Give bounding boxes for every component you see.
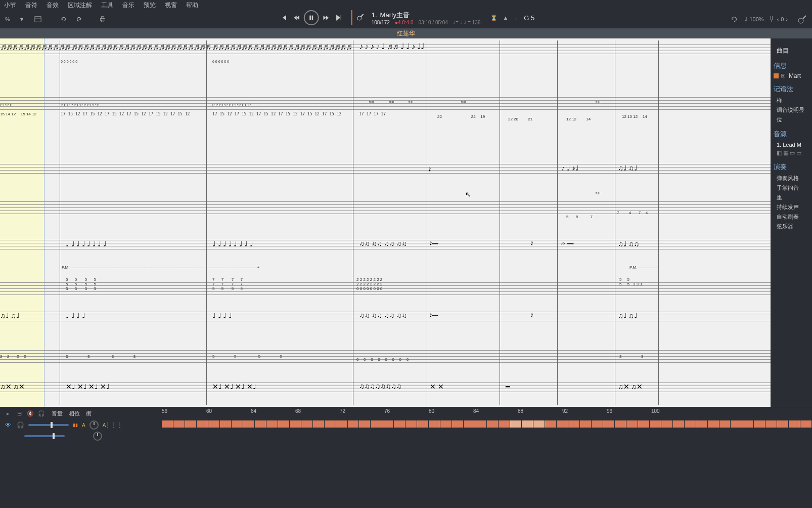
timeline-bar-segment[interactable]	[603, 420, 615, 428]
zoom-dropdown-icon[interactable]: ▾	[15, 13, 28, 26]
menu-bar-item[interactable]: 预览	[144, 1, 156, 10]
timeline-bar-segment[interactable]	[162, 420, 173, 428]
timeline-bar-segment[interactable]	[789, 420, 800, 428]
timeline-bar-segment[interactable]	[382, 420, 394, 428]
timeline-bar-segment[interactable]	[266, 420, 278, 428]
collapse-icon[interactable]: ▸	[4, 409, 12, 417]
sound-name[interactable]: 1. Lead M	[774, 141, 809, 149]
timeline-bar-segment[interactable]	[301, 420, 313, 428]
timeline-bar-segment[interactable]	[429, 420, 440, 428]
timeline-bar-segment[interactable]	[545, 420, 557, 428]
notation-option[interactable]: 位	[774, 115, 809, 124]
speed-control[interactable]: ♩ 100%	[745, 16, 763, 22]
timeline-ruler[interactable]: 5660646872768084889296100	[162, 407, 812, 418]
timeline-bar-segment[interactable]	[173, 420, 185, 428]
timeline-bar-segment[interactable]	[708, 420, 719, 428]
timeline-bar-segment[interactable]	[464, 420, 475, 428]
perf-option[interactable]: 重	[774, 193, 809, 202]
timeline-bar-segment[interactable]	[661, 420, 673, 428]
timeline-bar-segment[interactable]	[754, 420, 765, 428]
timeline-bar-segment[interactable]	[348, 420, 359, 428]
timeline-bar-segment[interactable]	[475, 420, 487, 428]
fretboard-button[interactable]	[796, 13, 809, 26]
timeline-bar-segment[interactable]	[800, 420, 812, 428]
notation-option[interactable]: 调音说明显	[774, 105, 809, 115]
timeline-bar-segment[interactable]	[580, 420, 592, 428]
timeline-bar-segment[interactable]	[533, 420, 545, 428]
timeline-bar-segment[interactable]	[290, 420, 301, 428]
timeline-bar-segment[interactable]	[777, 420, 789, 428]
redo-button[interactable]	[73, 13, 86, 26]
side-section-perf[interactable]: 演奏	[774, 162, 809, 172]
timeline-bar-segment[interactable]	[765, 420, 777, 428]
timeline-bar-segment[interactable]	[638, 420, 650, 428]
timeline-bar-segment[interactable]	[673, 420, 685, 428]
timeline-bar-segment[interactable]	[510, 420, 522, 428]
headphone-icon[interactable]: 🎧	[16, 421, 24, 429]
timeline-bar-segment[interactable]	[232, 420, 243, 428]
undo-button[interactable]	[57, 13, 70, 26]
master-pan-knob[interactable]	[93, 432, 102, 441]
perf-option[interactable]: 弦乐器	[774, 222, 809, 231]
perf-option[interactable]: 自动刷奏	[774, 212, 809, 222]
timeline-bar-segment[interactable]	[696, 420, 708, 428]
perf-option[interactable]: 弹奏风格	[774, 174, 809, 183]
timeline-bar-segment[interactable]	[452, 420, 464, 428]
fast-forward-button[interactable]	[320, 12, 332, 24]
timeline-bar-segment[interactable]	[197, 420, 208, 428]
timeline-bar-segment[interactable]	[185, 420, 197, 428]
timeline-bar-segment[interactable]	[220, 420, 232, 428]
menu-bar-item[interactable]: 工具	[101, 1, 113, 10]
timeline-bar-segment[interactable]	[243, 420, 255, 428]
side-section-notation[interactable]: 记谱法	[774, 84, 809, 94]
perf-option[interactable]: 手掌闷音	[774, 183, 809, 193]
volume-slider[interactable]	[28, 424, 69, 426]
track-list-icon[interactable]: ⊟	[15, 409, 23, 417]
solo-icon[interactable]: 🎧	[37, 409, 46, 417]
timeline-bar-segment[interactable]	[568, 420, 580, 428]
timeline-bar-segment[interactable]	[255, 420, 266, 428]
transpose-control[interactable]: ‹ 0 ›	[768, 15, 788, 23]
timeline-bar-segment[interactable]	[278, 420, 290, 428]
timeline-bar-segment[interactable]	[359, 420, 371, 428]
menu-bar-item[interactable]: 音乐	[122, 1, 134, 10]
menu-bar-item[interactable]: 音效	[47, 1, 59, 10]
timeline-bar-segment[interactable]	[557, 420, 568, 428]
score-view[interactable]: ♬♬♬♬♬♬♬♬♬♬♬♬ ♬♬♬♬♬♬♬♬♬♬♬♬♬♬♬♬♬♬♬♬♬♬♬♬ ♬♬…	[0, 38, 771, 407]
track-name[interactable]: Marty主音	[380, 11, 410, 20]
timeline-bar-segment[interactable]	[208, 420, 220, 428]
go-end-button[interactable]	[333, 12, 345, 24]
timeline-bar-segment[interactable]	[685, 420, 696, 428]
zoom-select[interactable]: %	[3, 15, 12, 23]
timeline-bar-segment[interactable]	[615, 420, 626, 428]
pan-knob[interactable]	[89, 420, 99, 430]
metronome-icon[interactable]: ▲	[503, 15, 508, 21]
sound-icons[interactable]: ◧ ▦ ▭ ▭	[774, 149, 809, 157]
timeline-bar-segment[interactable]	[405, 420, 417, 428]
track-chip[interactable]: ⛨ Mart	[774, 72, 809, 79]
menu-bar-item[interactable]: 区域注解	[68, 1, 92, 10]
side-section-sound[interactable]: 音源	[774, 130, 809, 139]
menu-bar-item[interactable]: 小节	[4, 1, 16, 10]
rewind-button[interactable]	[291, 12, 303, 24]
menu-bar-item[interactable]: 帮助	[186, 1, 198, 10]
visibility-icon[interactable]: 👁	[4, 421, 12, 429]
perf-option[interactable]: 持续发声	[774, 202, 809, 212]
timeline-bar-segment[interactable]	[731, 420, 742, 428]
timeline-bar-segment[interactable]	[719, 420, 731, 428]
mute-icon[interactable]: 🔇	[26, 409, 34, 417]
timeline-bar-segment[interactable]	[336, 420, 348, 428]
timeline-bar-segment[interactable]	[394, 420, 405, 428]
countdown-icon[interactable]: ⏳	[490, 15, 498, 21]
timeline-bar-segment[interactable]	[325, 420, 336, 428]
side-section-info[interactable]: 信息	[774, 61, 809, 70]
menu-bar-item[interactable]: 音符	[25, 1, 37, 10]
eq-button[interactable]: ⋮⋮⋮	[110, 421, 118, 429]
loop-button[interactable]	[728, 13, 741, 26]
timeline-bar-segment[interactable]	[313, 420, 325, 428]
timeline-bar-segment[interactable]	[440, 420, 452, 428]
timeline-bar-segment[interactable]	[417, 420, 429, 428]
play-pause-button[interactable]	[304, 10, 319, 25]
timeline-bar-segment[interactable]	[499, 420, 510, 428]
go-start-button[interactable]	[278, 12, 290, 24]
